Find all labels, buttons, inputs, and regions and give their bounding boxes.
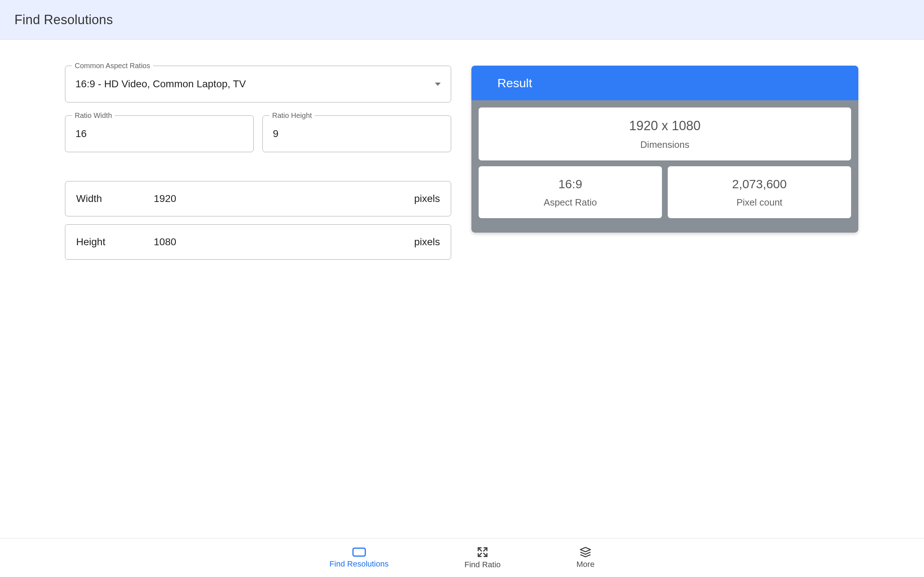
result-header: Result (472, 66, 858, 100)
expand-icon (477, 546, 488, 558)
dimensions-tile: 1920 x 1080 Dimensions (478, 108, 851, 161)
svg-rect-0 (353, 548, 365, 556)
app-header: Find Resolutions (0, 0, 924, 40)
aspect-ratio-select-value: 16:9 - HD Video, Common Laptop, TV (76, 78, 435, 90)
nav-label: Find Ratio (465, 560, 501, 569)
width-input[interactable] (154, 193, 414, 205)
width-unit: pixels (414, 193, 440, 205)
ratio-height-fieldset: Ratio Height (262, 115, 451, 152)
main-content: Common Aspect Ratios 16:9 - HD Video, Co… (0, 40, 924, 268)
nav-find-resolutions[interactable]: Find Resolutions (330, 547, 389, 569)
aspect-ratio-tile: 16:9 Aspect Ratio (478, 166, 662, 218)
chevron-down-icon (435, 82, 441, 86)
width-box: Width pixels (65, 181, 451, 216)
input-column: Common Aspect Ratios 16:9 - HD Video, Co… (65, 66, 451, 268)
height-input[interactable] (154, 236, 414, 248)
height-box: Height pixels (65, 224, 451, 259)
aspect-ratio-caption: Aspect Ratio (544, 197, 597, 208)
rectangle-icon (352, 547, 366, 557)
aspect-ratio-select[interactable]: Common Aspect Ratios 16:9 - HD Video, Co… (65, 66, 451, 102)
result-column: Result 1920 x 1080 Dimensions 16:9 Aspec… (472, 66, 858, 268)
ratio-height-label: Ratio Height (269, 111, 315, 120)
height-unit: pixels (414, 236, 440, 248)
pixel-count-tile: 2,073,600 Pixel count (668, 166, 851, 218)
pixel-count-value: 2,073,600 (732, 177, 787, 191)
result-card: Result 1920 x 1080 Dimensions 16:9 Aspec… (472, 66, 858, 233)
nav-label: Find Resolutions (330, 559, 389, 569)
nav-find-ratio[interactable]: Find Ratio (465, 546, 501, 569)
aspect-ratio-select-label: Common Aspect Ratios (72, 62, 153, 70)
nav-more[interactable]: More (577, 547, 594, 569)
aspect-ratio-value: 16:9 (558, 177, 582, 191)
width-label: Width (76, 193, 154, 205)
height-label: Height (76, 236, 154, 248)
page-title: Find Resolutions (15, 12, 113, 27)
layers-icon (579, 547, 591, 558)
ratio-width-input[interactable] (76, 128, 243, 140)
ratio-width-label: Ratio Width (72, 111, 115, 120)
ratio-width-fieldset: Ratio Width (65, 115, 254, 152)
dimensions-value: 1920 x 1080 (629, 118, 701, 134)
ratio-height-input[interactable] (273, 128, 441, 140)
bottom-nav: Find Resolutions Find Ratio More (0, 538, 924, 577)
nav-label: More (577, 560, 594, 569)
dimensions-caption: Dimensions (640, 139, 690, 150)
pixel-count-caption: Pixel count (736, 197, 782, 208)
result-title: Result (498, 76, 532, 90)
